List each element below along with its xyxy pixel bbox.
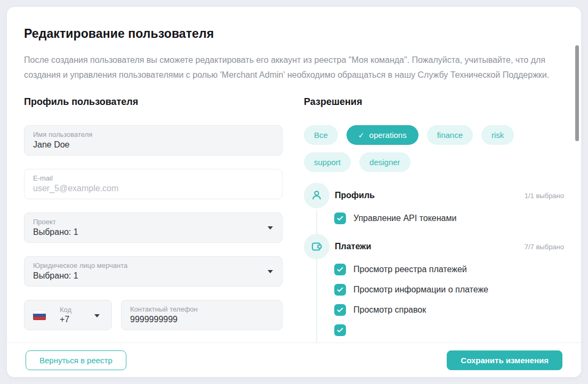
- permission-item[interactable]: [334, 324, 564, 336]
- phone-field[interactable]: Контактный телефон 9999999999: [121, 300, 283, 330]
- username-field[interactable]: Имя пользователя Jane Doe: [24, 125, 283, 156]
- chevron-down-icon: [268, 226, 273, 230]
- project-select[interactable]: Проект Выбрано: 1: [24, 213, 283, 243]
- permissions-panel: Разрешения ✓ Все ✓ operations: [304, 96, 564, 342]
- phone-value: 9999999999: [130, 315, 273, 324]
- section-header: Профиль 1/1 выбрано: [304, 183, 564, 208]
- checkbox-checked[interactable]: [334, 213, 346, 224]
- checkbox-checked[interactable]: [334, 284, 346, 296]
- permission-tag[interactable]: ✓ designer: [359, 152, 410, 172]
- section-title: Платежи: [335, 242, 371, 251]
- content-columns: Профиль пользователя Имя пользователя Ja…: [24, 96, 564, 342]
- permission-tag-label: Все: [314, 130, 328, 140]
- page-description: После создания пользователя вы сможете р…: [24, 53, 564, 83]
- card-body: Редактирование пользователя После создан…: [7, 7, 581, 342]
- project-value: Выбрано: 1: [33, 227, 273, 237]
- phone-code-select[interactable]: Код +7: [24, 300, 112, 330]
- permission-sections: Профиль 1/1 выбрано: [304, 183, 564, 336]
- permission-tag[interactable]: ✓ support: [304, 152, 351, 172]
- check-icon: [337, 307, 343, 313]
- wallet-icon: [310, 240, 323, 253]
- permission-tag-label: designer: [369, 158, 400, 167]
- section-count: 1/1 выбрано: [525, 192, 564, 200]
- permission-tag-label: finance: [437, 130, 463, 140]
- check-icon: [337, 267, 343, 272]
- profile-heading: Профиль пользователя: [24, 96, 283, 108]
- permission-label: Просмотр реестра платежей: [353, 265, 467, 274]
- back-to-registry-button[interactable]: Вернуться в реестр: [26, 350, 126, 370]
- permission-item[interactable]: Просмотр информации о платеже: [334, 284, 564, 296]
- permission-item[interactable]: Просмотр реестра платежей: [334, 264, 564, 275]
- username-value: Jane Doe: [33, 140, 273, 150]
- legal-entity-select[interactable]: Юридическое лицо мерчанта Выбрано: 1: [24, 256, 283, 287]
- phone-label: Контактный телефон: [130, 305, 273, 313]
- permission-tag-label: operations: [369, 130, 407, 140]
- permission-label: Просмотр информации о платеже: [353, 285, 488, 295]
- section-count: 7/7 выбрано: [525, 243, 564, 251]
- permission-tag[interactable]: ✓ operations: [347, 125, 418, 145]
- check-icon: [337, 216, 343, 221]
- permission-items: Просмотр реестра платежей: [304, 264, 564, 336]
- legal-entity-label: Юридическое лицо мерчанта: [33, 262, 273, 269]
- permission-items: Управление API токенами: [304, 213, 564, 224]
- permission-section: Платежи 7/7 выбрано: [304, 234, 564, 336]
- permission-tag[interactable]: ✓ finance: [427, 125, 473, 145]
- permission-tag[interactable]: ✓ Все: [304, 125, 338, 145]
- permission-item[interactable]: Просмотр справок: [334, 304, 564, 316]
- save-changes-button[interactable]: Сохранить изменения: [447, 350, 562, 370]
- legal-entity-value: Выбрано: 1: [33, 271, 273, 281]
- scrollbar-thumb[interactable]: [575, 45, 579, 141]
- edit-user-card: Редактирование пользователя После создан…: [7, 7, 581, 377]
- page-title: Редактирование пользователя: [24, 27, 564, 41]
- project-label: Проект: [33, 218, 273, 226]
- section-icon: [304, 183, 329, 208]
- phone-code-label: Код: [60, 306, 71, 314]
- permission-tag-label: support: [314, 158, 341, 167]
- check-icon: ✓: [358, 131, 365, 140]
- permissions-heading: Разрешения: [304, 96, 564, 108]
- russia-flag-icon: [33, 311, 46, 320]
- check-icon: [337, 287, 343, 292]
- section-header: Платежи 7/7 выбрано: [304, 234, 564, 259]
- username-label: Имя пользователя: [33, 130, 273, 138]
- permission-label: Просмотр справок: [353, 305, 426, 315]
- permission-label: Управление API токенами: [353, 214, 456, 223]
- chevron-down-icon: [268, 270, 273, 273]
- email-label: E-mail: [33, 174, 273, 182]
- phone-code-value: +7: [60, 315, 71, 324]
- user-icon: [310, 189, 323, 202]
- checkbox-checked[interactable]: [334, 324, 346, 336]
- permission-tag[interactable]: ✓ risk: [481, 125, 514, 145]
- checkbox-checked[interactable]: [334, 304, 346, 316]
- permission-section: Профиль 1/1 выбрано: [304, 183, 564, 224]
- section-title: Профиль: [335, 191, 375, 200]
- permission-item[interactable]: Управление API токенами: [334, 213, 564, 224]
- checkbox-checked[interactable]: [334, 264, 346, 275]
- email-field[interactable]: E-mail user_5@example.com: [24, 169, 283, 199]
- permission-tag-label: risk: [492, 130, 504, 140]
- check-icon: [337, 328, 343, 333]
- email-placeholder: user_5@example.com: [33, 184, 273, 193]
- phone-row: Код +7 Контактный телефон 9999999999: [24, 300, 283, 330]
- card-footer: Вернуться в реестр Сохранить изменения: [7, 342, 581, 377]
- permission-tags: ✓ Все ✓ operations ✓ finance: [304, 125, 564, 172]
- profile-form: Профиль пользователя Имя пользователя Ja…: [24, 96, 283, 342]
- section-icon: [304, 234, 329, 259]
- chevron-down-icon: [94, 314, 100, 317]
